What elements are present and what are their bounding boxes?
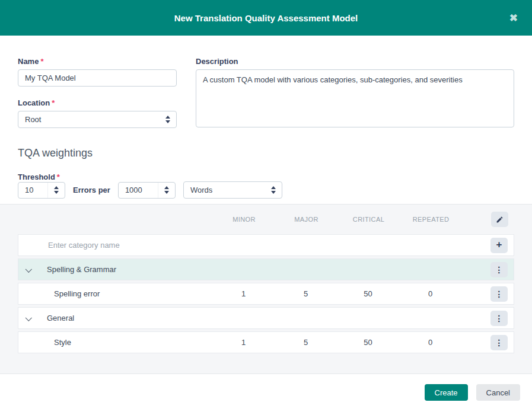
major-value[interactable]: 5 [275,289,337,298]
subcategory-label: Style [18,338,212,347]
critical-value[interactable]: 50 [337,289,399,298]
table-row-subcategory[interactable]: Spelling error 1 5 50 0 ⋮ [18,283,514,305]
category-label: Spelling & Grammar [47,265,116,274]
description-label: Description [196,57,514,66]
threshold-stepper[interactable] [18,182,65,199]
modal-footer: Create Cancel [0,374,532,401]
threshold-input[interactable] [18,183,47,198]
required-asterisk: * [57,173,60,181]
chevron-down-icon[interactable] [26,314,32,321]
arrow-down-icon [54,191,59,194]
plus-icon: + [496,239,502,250]
subcategory-label: Spelling error [18,289,212,298]
form-top-section: Name* Location* Root Description A custo… [0,36,532,129]
location-label: Location* [18,98,177,107]
table-header-row: MINOR MAJOR CRITICAL REPEATED [18,205,514,234]
critical-value[interactable]: 50 [337,338,399,347]
arrow-down-icon [165,120,170,123]
select-arrows-icon [265,182,282,198]
errors-per-label: Errors per [73,186,110,194]
edit-severities-button[interactable] [491,212,508,227]
select-arrows-icon [160,111,176,127]
arrow-up-icon [271,186,276,189]
arrow-down-icon [271,191,276,194]
required-asterisk: * [52,98,55,107]
arrow-up-icon [165,116,170,119]
arrow-down-icon [164,191,169,194]
close-icon: ✖ [509,12,518,24]
repeated-value[interactable]: 0 [399,338,461,347]
row-menu-button[interactable]: ⋮ [490,262,508,277]
table-row-subcategory[interactable]: Style 1 5 50 0 ⋮ [18,331,514,353]
cancel-button[interactable]: Cancel [476,384,520,401]
kebab-menu-icon: ⋮ [495,338,504,347]
major-value[interactable]: 5 [275,338,337,347]
kebab-menu-icon: ⋮ [495,290,504,298]
minor-value[interactable]: 1 [212,289,275,298]
modal-title: New Translation Quality Assessment Model [174,13,358,23]
pencil-icon [496,216,504,223]
spinner-arrows-icon[interactable] [47,183,65,198]
tqa-weightings-heading: TQA weightings [18,147,514,159]
arrow-up-icon [54,186,59,189]
column-header-critical: CRITICAL [337,216,400,223]
row-menu-button[interactable]: ⋮ [490,335,508,350]
location-select[interactable]: Root [18,111,177,128]
kebab-menu-icon: ⋮ [495,266,504,274]
unit-select[interactable]: Words [183,181,282,199]
minor-value[interactable]: 1 [212,338,275,347]
column-header-repeated: REPEATED [400,216,462,223]
new-category-row: + [18,234,514,256]
spinner-arrows-icon[interactable] [158,183,175,198]
errors-per-stepper[interactable] [118,182,176,199]
name-label: Name* [18,57,177,66]
add-category-button[interactable]: + [490,238,508,253]
arrow-up-icon [164,186,169,189]
category-label: General [47,314,74,322]
row-menu-button[interactable]: ⋮ [490,311,508,326]
required-asterisk: * [40,57,43,66]
column-header-major: MAJOR [275,216,337,223]
table-row-category[interactable]: Spelling & Grammar ⋮ [18,258,514,280]
modal-header: New Translation Quality Assessment Model… [0,0,532,36]
errors-per-input[interactable] [119,183,158,198]
threshold-label: Threshold* [18,173,514,181]
row-menu-button[interactable]: ⋮ [490,286,508,302]
location-selected-value: Root [25,115,41,124]
column-header-minor: MINOR [213,216,275,223]
chevron-down-icon[interactable] [26,266,32,272]
unit-selected-value: Words [190,186,212,194]
table-row-category[interactable]: General ⋮ [18,307,514,329]
close-button[interactable]: ✖ [507,0,520,36]
threshold-controls: Errors per Words [0,181,532,199]
repeated-value[interactable]: 0 [399,289,461,298]
new-category-input[interactable] [18,241,461,250]
description-textarea[interactable]: A custom TQA model with various categori… [196,69,514,127]
name-input[interactable] [18,69,177,87]
create-button[interactable]: Create [425,384,468,401]
weightings-table-panel: MINOR MAJOR CRITICAL REPEATED + Spelling… [0,204,532,374]
kebab-menu-icon: ⋮ [495,314,504,322]
